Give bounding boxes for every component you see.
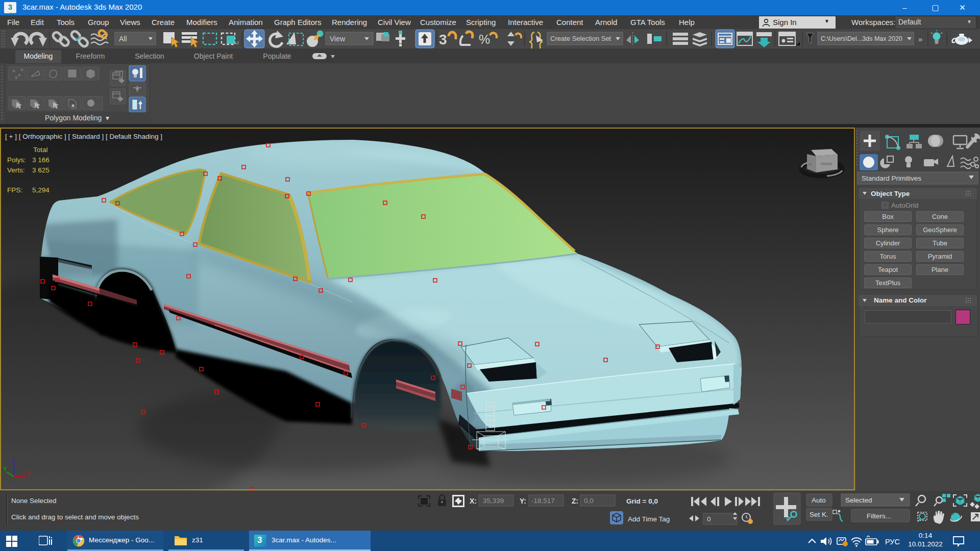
svg-text:0: 0: [707, 515, 711, 523]
svg-text:Auto: Auto: [812, 496, 826, 504]
svg-text:Grid = 0,0: Grid = 0,0: [626, 497, 658, 505]
svg-text:35,339: 35,339: [483, 497, 504, 505]
svg-text:0,0: 0,0: [584, 497, 594, 505]
svg-text:Set K.: Set K.: [810, 511, 828, 518]
svg-text:3: 3: [439, 32, 447, 47]
svg-text:AutoGrid: AutoGrid: [891, 202, 918, 209]
svg-text:Selected: Selected: [845, 496, 872, 504]
svg-text:LE: LE: [808, 163, 812, 166]
svg-text:-18,517: -18,517: [531, 497, 555, 505]
svg-text:C:\Users\Del...3ds Max 2020: C:\Users\Del...3ds Max 2020: [821, 35, 902, 42]
svg-text:Filters...: Filters...: [867, 512, 891, 520]
svg-text:Z: Z: [11, 458, 15, 464]
svg-text:X:: X:: [470, 497, 477, 505]
svg-text:Z:: Z:: [572, 497, 578, 505]
svg-text:Y: Y: [3, 466, 7, 472]
svg-text:Standard Primitives: Standard Primitives: [862, 174, 921, 182]
svg-text:РУС: РУС: [885, 538, 900, 546]
svg-text:%: %: [479, 32, 490, 46]
svg-text:View: View: [330, 35, 346, 43]
svg-text:Create Selection Set: Create Selection Set: [550, 35, 611, 42]
svg-text:Y:: Y:: [520, 497, 526, 505]
svg-text:Object Type: Object Type: [871, 190, 910, 197]
svg-text:Add Time Tag: Add Time Tag: [628, 515, 670, 523]
svg-text:X: X: [26, 470, 30, 476]
svg-text:All: All: [119, 35, 127, 43]
svg-text:»: »: [918, 35, 922, 43]
svg-text:FRONT: FRONT: [821, 162, 832, 166]
